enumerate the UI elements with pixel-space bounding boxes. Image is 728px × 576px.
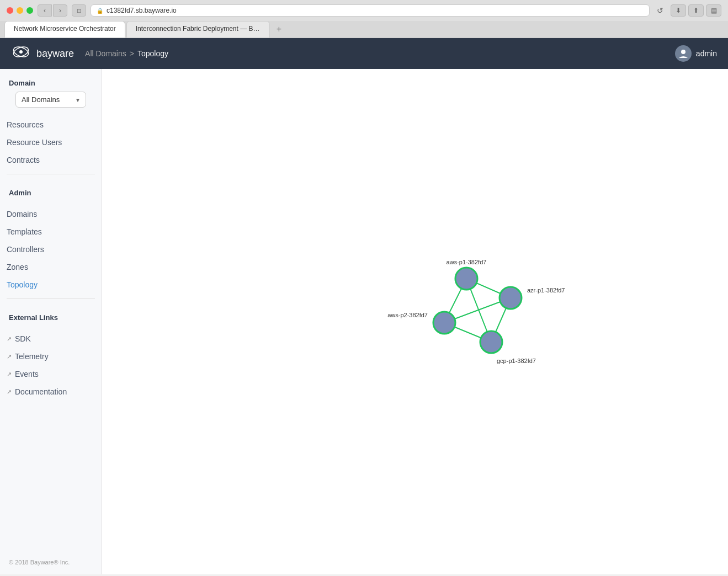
sidebar-item-label: Domains xyxy=(7,210,37,218)
topology-node[interactable]: azr-p1-382fd7 xyxy=(499,287,565,309)
external-link-icon: ↗ xyxy=(7,353,12,360)
domain-dropdown-wrapper: All Domains ▼ xyxy=(15,92,86,108)
admin-section-title: Admin xyxy=(9,189,93,197)
main-layout: Domain All Domains ▼ Resources Resource … xyxy=(0,69,728,574)
brand: bayware xyxy=(11,42,74,65)
tab-documentation[interactable]: Interconnection Fabric Deployment — Bayw… xyxy=(126,21,270,38)
user-icon xyxy=(678,48,689,59)
app-container: bayware All Domains > Topology admin Dom… xyxy=(0,38,728,574)
domain-section: Domain All Domains ▼ xyxy=(0,69,102,116)
sidebar-item-label: Documentation xyxy=(15,387,67,396)
sidebar-item-contracts[interactable]: Contracts xyxy=(0,152,102,168)
topology-node-label: gcp-p1-382fd7 xyxy=(497,358,536,364)
breadcrumb: All Domains > Topology xyxy=(85,49,168,58)
svg-point-5 xyxy=(499,287,522,309)
external-link-icon: ↗ xyxy=(7,335,12,343)
external-section-title: External Links xyxy=(9,313,93,322)
sidebar: Domain All Domains ▼ Resources Resource … xyxy=(0,69,102,574)
brand-logo xyxy=(11,42,31,65)
external-link-icon: ↗ xyxy=(7,371,12,378)
sidebar-item-resources[interactable]: Resources xyxy=(0,116,102,133)
topology-node-label: aws-p1-382fd7 xyxy=(447,259,487,265)
user-label: admin xyxy=(696,49,717,58)
bayware-logo-svg xyxy=(11,42,31,62)
topology-node[interactable]: gcp-p1-382fd7 xyxy=(480,331,536,364)
download-button[interactable]: ⬇ xyxy=(671,4,686,17)
sidebar-item-controllers[interactable]: Controllers xyxy=(0,241,102,258)
sidebar-footer: © 2018 Bayware® Inc. xyxy=(0,550,102,574)
share-button[interactable]: ⬆ xyxy=(688,4,704,17)
domain-select[interactable]: All Domains xyxy=(15,92,86,108)
admin-section: Admin xyxy=(0,179,102,206)
sidebar-item-label: Controllers xyxy=(7,245,44,254)
sidebar-item-templates[interactable]: Templates xyxy=(0,223,102,240)
breadcrumb-root[interactable]: All Domains xyxy=(85,49,126,58)
user-area[interactable]: admin xyxy=(675,45,717,62)
sidebar-divider-2 xyxy=(7,298,95,299)
sidebar-toggle-button[interactable]: ▤ xyxy=(706,4,721,17)
sidebar-item-label: Topology xyxy=(7,280,38,289)
sidebar-item-sdk[interactable]: ↗ SDK xyxy=(0,330,102,347)
sidebar-item-label: Templates xyxy=(7,227,42,236)
topology-node-label: azr-p1-382fd7 xyxy=(527,287,565,294)
close-dot[interactable] xyxy=(7,7,13,14)
external-link-icon: ↗ xyxy=(7,388,12,396)
new-tab-button[interactable]: + xyxy=(271,21,287,38)
breadcrumb-current: Topology xyxy=(137,49,168,58)
maximize-dot[interactable] xyxy=(26,7,33,14)
nav-buttons: ‹ › xyxy=(38,4,67,17)
browser-actions: ⬇ ⬆ ▤ xyxy=(671,4,721,17)
avatar xyxy=(675,45,692,62)
sidebar-item-zones[interactable]: Zones xyxy=(0,259,102,275)
lock-icon: 🔒 xyxy=(97,8,103,14)
forward-button[interactable]: › xyxy=(53,4,67,17)
content-area: aws-p1-382fd7azr-p1-382fd7aws-p2-382fd7g… xyxy=(102,69,728,574)
url-text: c1382fd7.sb.bayware.io xyxy=(107,7,177,14)
domain-section-title: Domain xyxy=(9,79,93,87)
sidebar-item-label: SDK xyxy=(15,334,31,343)
sidebar-item-domains[interactable]: Domains xyxy=(0,206,102,222)
topology-node[interactable]: aws-p2-382fd7 xyxy=(387,312,455,334)
url-bar[interactable]: 🔒 c1382fd7.sb.bayware.io xyxy=(91,4,650,17)
sidebar-item-topology[interactable]: Topology xyxy=(0,276,102,293)
sidebar-item-events[interactable]: ↗ Events xyxy=(0,366,102,382)
topology-node-label: aws-p2-382fd7 xyxy=(387,312,428,318)
sidebar-item-telemetry[interactable]: ↗ Telemetry xyxy=(0,348,102,365)
sidebar-item-label: Resource Users xyxy=(7,138,62,147)
svg-point-3 xyxy=(681,50,686,54)
svg-point-4 xyxy=(455,268,477,290)
minimize-dot[interactable] xyxy=(17,7,23,14)
sidebar-item-label: Resources xyxy=(7,120,44,129)
sidebar-item-label: Events xyxy=(15,370,39,378)
brand-name: bayware xyxy=(36,48,74,60)
window-button[interactable]: ⊡ xyxy=(72,4,86,17)
sidebar-item-resource-users[interactable]: Resource Users xyxy=(0,134,102,151)
sidebar-item-documentation[interactable]: ↗ Documentation xyxy=(0,383,102,400)
sidebar-item-label: Contracts xyxy=(7,156,40,164)
svg-point-2 xyxy=(19,50,23,54)
browser-titlebar: ‹ › ⊡ 🔒 c1382fd7.sb.bayware.io ↺ ⬇ ⬆ ▤ xyxy=(0,0,728,21)
browser-chrome: ‹ › ⊡ 🔒 c1382fd7.sb.bayware.io ↺ ⬇ ⬆ ▤ N… xyxy=(0,0,728,38)
breadcrumb-separator: > xyxy=(130,49,134,58)
sidebar-item-label: Telemetry xyxy=(15,352,49,361)
reload-button[interactable]: ↺ xyxy=(654,4,666,17)
topology-svg[interactable]: aws-p1-382fd7azr-p1-382fd7aws-p2-382fd7g… xyxy=(102,69,728,400)
svg-point-7 xyxy=(480,331,502,353)
sidebar-divider-1 xyxy=(7,174,95,174)
top-nav: bayware All Domains > Topology admin xyxy=(0,38,728,69)
back-button[interactable]: ‹ xyxy=(38,4,52,17)
sidebar-item-label: Zones xyxy=(7,263,28,271)
window-controls xyxy=(7,7,33,14)
external-section: External Links xyxy=(0,303,102,330)
topology-area: aws-p1-382fd7azr-p1-382fd7aws-p2-382fd7g… xyxy=(102,69,728,574)
browser-tabs: Network Microservice Orchestrator Interc… xyxy=(0,21,728,38)
tab-orchestrator[interactable]: Network Microservice Orchestrator xyxy=(4,21,125,38)
svg-point-6 xyxy=(433,312,455,334)
